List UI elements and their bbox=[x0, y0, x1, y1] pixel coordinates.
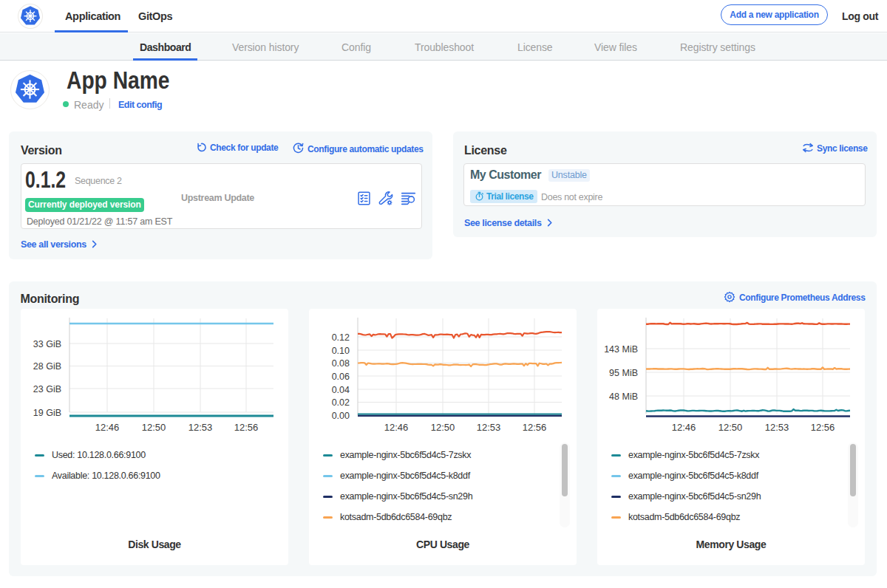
svg-text:12:56: 12:56 bbox=[811, 422, 835, 433]
svg-text:12:50: 12:50 bbox=[718, 422, 743, 433]
svg-text:12:46: 12:46 bbox=[672, 422, 696, 433]
svg-text:12:53: 12:53 bbox=[188, 422, 213, 433]
svg-text:12:46: 12:46 bbox=[95, 422, 120, 433]
svg-text:95 MiB: 95 MiB bbox=[609, 368, 638, 378]
svg-text:12:53: 12:53 bbox=[765, 422, 789, 433]
svg-text:143 MiB: 143 MiB bbox=[604, 344, 638, 355]
svg-text:12:50: 12:50 bbox=[142, 422, 166, 433]
svg-text:0.00: 0.00 bbox=[332, 411, 350, 421]
svg-text:12:56: 12:56 bbox=[234, 422, 259, 433]
svg-text:0.04: 0.04 bbox=[332, 385, 350, 395]
svg-text:33 GiB: 33 GiB bbox=[33, 339, 61, 349]
svg-text:48 MiB: 48 MiB bbox=[609, 392, 638, 402]
svg-text:23 GiB: 23 GiB bbox=[33, 384, 61, 394]
svg-text:0.12: 0.12 bbox=[332, 332, 350, 343]
svg-text:19 GiB: 19 GiB bbox=[33, 408, 61, 418]
svg-text:12:50: 12:50 bbox=[431, 422, 455, 433]
svg-text:0.08: 0.08 bbox=[332, 358, 350, 369]
svg-text:28 GiB: 28 GiB bbox=[33, 361, 61, 372]
svg-text:12:53: 12:53 bbox=[477, 422, 501, 433]
svg-text:12:56: 12:56 bbox=[523, 422, 547, 433]
svg-text:0.10: 0.10 bbox=[332, 346, 350, 356]
svg-text:12:46: 12:46 bbox=[384, 422, 409, 433]
svg-text:0.06: 0.06 bbox=[332, 372, 350, 382]
svg-text:0.02: 0.02 bbox=[332, 397, 350, 408]
